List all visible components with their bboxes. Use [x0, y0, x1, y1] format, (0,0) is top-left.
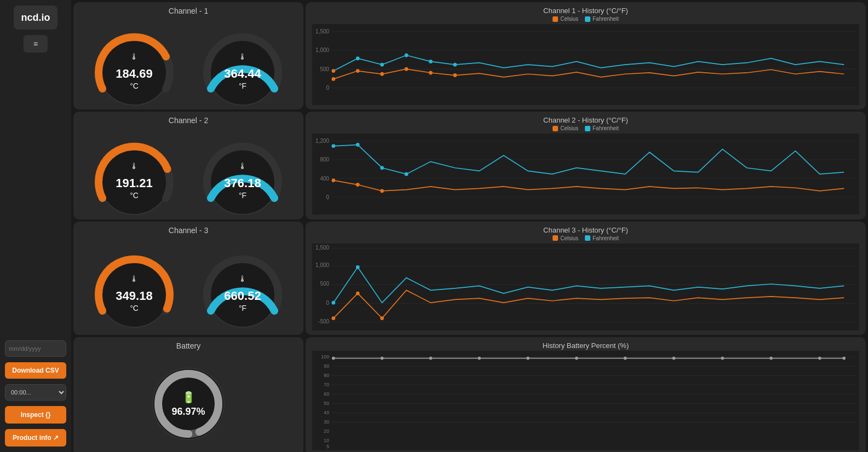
svg-text:0: 0 [326, 85, 330, 91]
channel-3-title: Channel - 3 [169, 226, 208, 235]
svg-text:🔋: 🔋 [182, 391, 196, 404]
svg-point-28 [453, 73, 457, 77]
channel-2-gauge-panel: Channel - 2 🌡 191.21 °C [73, 112, 303, 219]
svg-point-111 [769, 357, 773, 360]
celsius-legend-label-2: Celsius [560, 125, 578, 131]
svg-point-23 [332, 77, 336, 81]
celsius-legend-dot-2 [553, 126, 558, 131]
fahrenheit-legend-label: Fahrenheit [593, 16, 619, 22]
menu-button[interactable]: ≡ [24, 35, 48, 53]
svg-point-20 [405, 54, 409, 57]
svg-point-52 [405, 172, 409, 176]
fahrenheit-legend-label-2: Fahrenheit [593, 125, 619, 131]
svg-text:100: 100 [321, 354, 329, 360]
channel-2-celsius-gauge: 🌡 191.21 °C [90, 135, 178, 206]
channel-3-fahrenheit-gauge: 🌡 660.52 °F [199, 248, 286, 319]
date-input[interactable] [5, 340, 66, 357]
channel-1-gauges: 🌡 184.69 °C 🌡 364.44 °F [80, 18, 297, 105]
channel-3-chart-panel: Channel 3 - History (°C/°F) Celsius Fahr… [306, 222, 866, 335]
svg-text:400: 400 [320, 176, 329, 182]
svg-point-106 [526, 357, 530, 360]
svg-text:1,000: 1,000 [315, 47, 329, 53]
svg-point-46 [332, 178, 336, 182]
svg-point-75 [356, 291, 360, 295]
svg-rect-37 [312, 134, 859, 215]
svg-rect-8 [312, 24, 859, 105]
svg-point-113 [842, 357, 846, 360]
channel-1-chart-title: Channel 1 - History (°C/°F) [312, 7, 859, 15]
time-select[interactable]: 00:00... [5, 384, 66, 401]
svg-text:°F: °F [239, 82, 246, 90]
svg-point-22 [453, 63, 457, 67]
svg-text:°C: °C [130, 82, 139, 90]
svg-point-110 [721, 357, 724, 360]
logo: ncd.io [14, 5, 58, 30]
channel-3-celsius-gauge: 🌡 349.18 °C [90, 248, 178, 319]
svg-point-102 [332, 357, 335, 360]
svg-point-103 [381, 357, 384, 360]
svg-text:1,000: 1,000 [315, 262, 329, 268]
celsius-legend-label-3: Celsius [560, 235, 578, 241]
svg-text:349.18: 349.18 [116, 289, 152, 303]
inspect-button[interactable]: Inspect {} [5, 406, 66, 424]
svg-text:90: 90 [324, 363, 329, 369]
svg-text:660.52: 660.52 [224, 289, 261, 303]
fahrenheit-legend-label-3: Fahrenheit [593, 235, 619, 241]
svg-text:🌡: 🌡 [238, 161, 247, 171]
svg-point-73 [356, 265, 360, 269]
fahrenheit-legend: Fahrenheit [585, 16, 619, 22]
svg-point-47 [356, 183, 360, 187]
svg-point-51 [380, 166, 384, 170]
channel-3-legend: Celsius Fahrenheit [312, 235, 859, 241]
svg-text:0: 0 [326, 194, 330, 200]
svg-point-27 [429, 71, 433, 75]
svg-point-18 [356, 56, 360, 60]
svg-text:60: 60 [324, 391, 329, 397]
channel-1-celsius-gauge: 🌡 184.69 °C [90, 26, 178, 97]
fahrenheit-legend-dot-2 [585, 126, 590, 131]
svg-text:10: 10 [324, 438, 329, 443]
sidebar: ncd.io ≡ Download CSV 00:00... Inspect {… [0, 0, 71, 452]
channel-1-gauge-panel: Channel - 1 🌡 184.69 °C [73, 2, 303, 109]
svg-rect-82 [312, 351, 859, 450]
svg-text:1,500: 1,500 [315, 245, 329, 251]
channel-2-row: Channel - 2 🌡 191.21 °C [73, 112, 866, 219]
channel-2-chart-area: 1,200 800 400 0 [312, 134, 859, 215]
svg-text:40: 40 [324, 410, 329, 415]
svg-text:1,200: 1,200 [315, 138, 329, 144]
svg-point-21 [429, 60, 433, 63]
svg-text:°F: °F [239, 191, 246, 200]
channel-1-legend: Celsius Fahrenheit [312, 16, 859, 22]
channel-2-chart-title: Channel 2 - History (°C/°F) [312, 116, 859, 124]
channel-1-fahrenheit-gauge: 🌡 364.44 °F [199, 26, 286, 97]
svg-point-19 [380, 63, 384, 67]
channel-2-gauges: 🌡 191.21 °C 🌡 376.18 °F [80, 127, 297, 215]
svg-text:191.21: 191.21 [116, 176, 152, 190]
main-content: Channel - 1 🌡 184.69 °C [71, 0, 868, 452]
svg-text:0: 0 [326, 299, 330, 305]
battery-title: Battery [176, 341, 200, 350]
svg-text:364.44: 364.44 [224, 67, 261, 80]
svg-text:96.97%: 96.97% [171, 406, 205, 417]
battery-chart-panel: History Battery Percent (%) 100 90 80 70… [306, 337, 866, 452]
svg-point-76 [380, 316, 384, 320]
battery-chart-area: 100 90 80 70 60 50 40 30 20 10 5 [312, 351, 859, 450]
svg-text:°C: °C [130, 191, 139, 200]
svg-text:500: 500 [320, 66, 329, 72]
download-csv-button[interactable]: Download CSV [5, 362, 66, 379]
svg-point-24 [356, 69, 360, 73]
menu-icon: ≡ [33, 39, 38, 48]
svg-point-72 [332, 300, 336, 304]
channel-2-legend: Celsius Fahrenheit [312, 125, 859, 131]
channel-1-chart-area: 1,500 1,000 500 0 [312, 24, 859, 105]
battery-chart-title: History Battery Percent (%) [312, 341, 859, 350]
channel-3-gauge-panel: Channel - 3 🌡 349.18 °C [73, 222, 303, 335]
channel-3-gauges: 🌡 349.18 °C 🌡 660.52 °F [80, 237, 297, 331]
channel-2-title: Channel - 2 [169, 116, 208, 125]
svg-point-50 [356, 143, 360, 147]
product-info-button[interactable]: Product info ↗ [5, 429, 66, 447]
svg-point-25 [380, 72, 384, 76]
svg-point-104 [429, 357, 433, 360]
svg-point-17 [332, 69, 336, 73]
battery-gauge-panel: Battery 🔋 96.97% [73, 337, 303, 452]
